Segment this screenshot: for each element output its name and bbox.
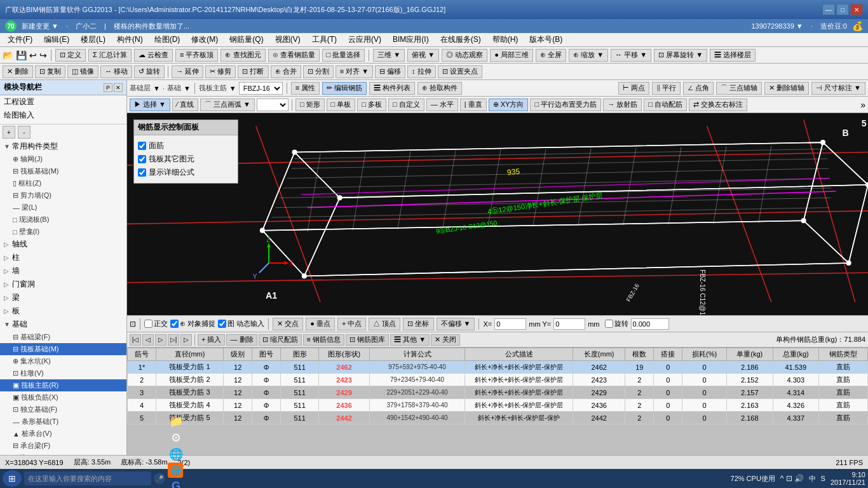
menu-floor[interactable]: 楼层(L) [76,33,111,46]
btn-delete-row[interactable]: — 删除 [226,334,257,346]
taskbar-app-folder[interactable]: 📁 [168,413,184,430]
nav-prev[interactable]: ◁ [142,334,154,346]
datetime[interactable]: 9:10 2017/11/21 [831,471,865,486]
checkbox-raft-elements-input[interactable] [138,155,146,163]
btn-screen-rotate[interactable]: ⊡ 屏幕旋转 ▼ [654,49,707,62]
toolbar-icon-undo[interactable]: ↩ [29,50,37,60]
menu-file[interactable]: 文件(F) [3,33,37,46]
btn-copy[interactable]: ⊡ 复制 [35,65,65,78]
btn-local-3d[interactable]: ● 局部三维 [490,49,533,62]
btn-level-top[interactable]: ≡ 平齐板顶 [175,49,218,62]
btn-fullscreen[interactable]: ⊕ 全屏 [536,49,566,62]
mic-btn[interactable]: 🎤 [154,473,165,484]
btn-vertical[interactable]: | 垂直 [460,98,487,111]
table-row[interactable]: 3 筏板受力筋 3 12 Φ 511 2429 229+2051+229-40-… [128,386,868,399]
tray-expand[interactable]: ^ [780,474,784,483]
btn-pick-component[interactable]: ⊕ 拾取构件 [417,82,462,95]
btn-move[interactable]: ↔ 移动 [100,65,132,78]
sidebar-item-wall-shell[interactable]: □ 壁龛(I) [0,226,126,238]
input-method[interactable]: 中 [809,474,816,484]
btn-xy-direction[interactable]: ⊕ XY方向 [489,98,529,111]
taskbar-app-globe2[interactable]: 🌐 [168,463,183,478]
taskbar-app-gear[interactable]: ⚙ [168,430,184,446]
btn-3d[interactable]: 三维 ▼ [373,49,405,62]
btn-vertex[interactable]: △ 顶点 [369,318,400,330]
sidebar-item-column[interactable]: ▯ 框柱(Z) [0,177,126,189]
btn-top-view[interactable]: 俯视 ▼ [407,49,439,62]
btn-define[interactable]: ⊡ 定义 [55,49,86,62]
y-input[interactable] [553,318,585,330]
menu-view[interactable]: 视图(V) [270,33,306,46]
btn-arc[interactable]: ⌒ 三点画弧 ▼ [200,98,255,111]
sidebar-minus-btn[interactable]: - [18,126,31,139]
btn-two-points[interactable]: ⊢ 两点 [618,82,649,95]
nav-first[interactable]: |◁ [130,334,141,346]
btn-dynamic-view[interactable]: ◎ 动态观察 [442,49,487,62]
3d-view[interactable]: 4ⓑ12@150净长+斜长-保护层-保护层 9ⓑBZJ-16 C12@150 9… [127,113,868,315]
sidebar-beam-section[interactable]: ▷ 梁 [0,291,126,304]
nav-last[interactable]: ▷| [168,334,179,346]
menu-tools[interactable]: 工具(T) [307,33,342,46]
table-row[interactable]: 5 筏板受力筋 5 12 Φ 511 2442 490+1542+490-40-… [128,412,868,424]
sidebar-item-pile[interactable]: ⊡ 柱墩(V) [0,367,126,379]
snap-checkbox[interactable] [170,320,179,328]
btn-rebar-info[interactable]: ≡ 钢筋信息 [303,334,344,346]
table-row[interactable]: 4 筏板受力筋 4 12 Φ 511 2436 379+1758+379-40-… [128,399,868,412]
menu-online[interactable]: 在线服务(S) [435,33,486,46]
btn-swap-annotation[interactable]: ⇄ 交换左右标注 [689,98,747,111]
btn-no-offset[interactable]: 不偏移 ▼ [437,318,475,330]
btn-perpendicular[interactable]: ● 垂点 [306,318,335,330]
sidebar-item-pile2[interactable]: ● 桩(U) [0,452,126,455]
search-box[interactable]: 在这里输入你要搜索的内容 [24,471,151,485]
start-button[interactable]: ⊞ [3,470,22,487]
menu-modify[interactable]: 修改(M) [186,33,223,46]
sidebar-door-window[interactable]: ▷ 门窗洞 [0,278,126,291]
menu-rebar-qty[interactable]: 钢筋量(Q) [224,33,268,46]
checkbox-detail-formula-input[interactable] [138,168,146,177]
table-row[interactable]: 1* 筏板受力筋 1 12 Φ 511 2462 975+592+975-40-… [128,361,868,374]
btn-custom[interactable]: □ 自定义 [388,98,424,111]
sidebar-project-settings[interactable]: 工程设置 [0,95,126,109]
btn-close-table[interactable]: ✕ 关闭 [431,334,460,346]
menu-cloud[interactable]: 云应用(V) [343,33,386,46]
checkbox-face-rebar-input[interactable] [138,142,146,150]
sidebar-item-pile-cap[interactable]: ⊕ 集水坑(K) [0,355,126,367]
sidebar-item-raft-rebar[interactable]: ▣ 筏板主筋(R) [0,379,126,391]
sidebar-add-btn[interactable]: + [3,126,15,139]
sidebar-item-foundation-beam[interactable]: ⊟ 基础梁(F) [0,331,126,343]
table-row[interactable]: 2 筏板受力筋 2 12 Φ 511 2423 79+2345+79-40-40… [128,374,868,386]
btn-parallel[interactable]: ∥ 平行 [652,82,681,95]
taskbar-app-globe1[interactable]: 🌐 [168,446,184,463]
btn-line[interactable]: ∕ 直线 [172,98,198,111]
dynamic-checkbox[interactable] [218,320,226,328]
sidebar-drawing-input[interactable]: 绘图输入 [0,109,126,122]
btn-rectangle[interactable]: □ 矩形 [295,98,325,111]
btn-break[interactable]: ⊡ 打断 [238,65,268,78]
rotate-input[interactable] [631,318,669,330]
sidebar-item-floor-slab[interactable]: □ 现浇板(B) [0,214,126,226]
btn-component-list[interactable]: ☰ 构件列表 [369,82,415,95]
mode-dynamic[interactable]: 图 动态输入 [218,319,264,329]
btn-trim[interactable]: ✂ 修剪 [205,65,236,78]
btn-multi-slab[interactable]: □ 多板 [357,98,386,111]
btn-scale-rebar[interactable]: ⊡ 缩尺配筋 [259,334,302,346]
tray-network[interactable]: ⊡ [786,474,792,483]
menu-component[interactable]: 构件(N) [112,33,148,46]
btn-find-element[interactable]: ⊕ 查找图元 [220,49,265,62]
nav-next[interactable]: ▷ [155,334,166,346]
btn-single-slab[interactable]: □ 单板 [327,98,356,111]
btn-intersection[interactable]: ✕ 交点 [273,318,303,330]
btn-mirror[interactable]: ◫ 镜像 [67,65,98,78]
btn-select-floor[interactable]: ☰ 选择楼层 [710,49,756,62]
btn-three-point-arc[interactable]: ⌒ 三点辅轴 [716,82,762,95]
maximize-button[interactable]: □ [836,4,849,15]
taskbar-app-g1[interactable]: G [168,478,184,488]
btn-rotate[interactable]: ↺ 旋转 [134,65,165,78]
btn-edit-rebar[interactable]: ✏ 编辑钢筋 [322,82,367,95]
btn-angle-point[interactable]: ∠ 点角 [683,82,714,95]
sidebar-item-raft-main[interactable]: ⊟ 筏板基础(M) [0,343,126,355]
sidebar-item-strip-foundation[interactable]: — 条形基础(T) [0,416,126,428]
btn-midpoint[interactable]: + 中点 [337,318,366,330]
sidebar-slab-section[interactable]: ▷ 板 [0,304,126,318]
sidebar-wall-section[interactable]: ▷ 墙 [0,264,126,278]
